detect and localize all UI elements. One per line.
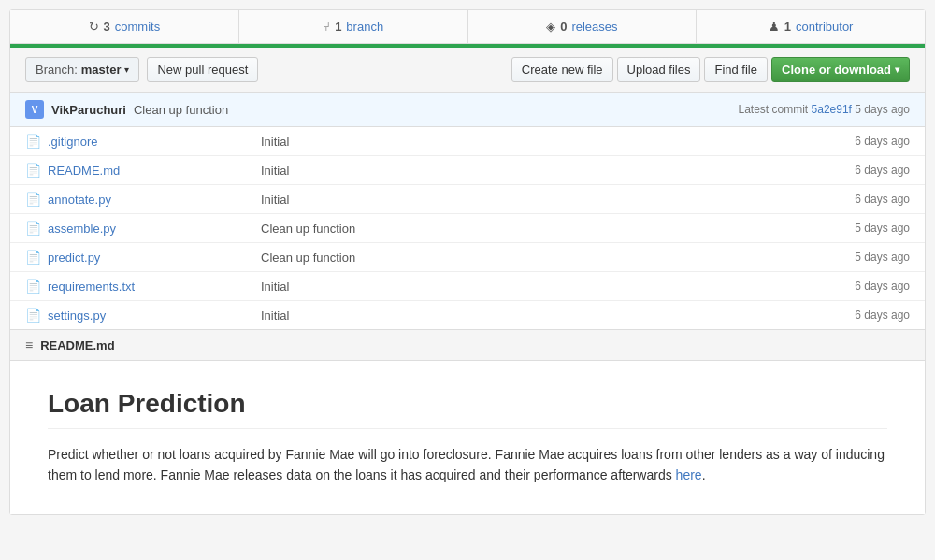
branches-link[interactable]: branch — [346, 20, 383, 34]
file-name-link[interactable]: assemble.py — [48, 222, 253, 236]
file-icon: 📄 — [25, 279, 40, 294]
file-time: 5 days ago — [816, 222, 910, 235]
chevron-down-icon: ▾ — [124, 65, 129, 75]
readme-body: Predict whether or not loans acquired by… — [48, 447, 885, 482]
progress-bar — [10, 44, 925, 48]
file-time: 6 days ago — [816, 193, 910, 206]
toolbar: Branch: master ▾ New pull request Create… — [10, 48, 925, 93]
releases-link[interactable]: releases — [571, 20, 617, 34]
file-time: 6 days ago — [816, 309, 910, 322]
file-icon: 📄 — [25, 134, 40, 149]
stats-bar: ↻ 3 commits ⑂ 1 branch ◈ 0 releases ♟ 1 … — [10, 10, 925, 44]
file-name-link[interactable]: annotate.py — [48, 193, 253, 207]
file-name-link[interactable]: requirements.txt — [48, 280, 253, 294]
commit-time: 5 days ago — [855, 103, 910, 116]
file-name-link[interactable]: predict.py — [48, 251, 253, 265]
contributors-count: 1 — [784, 20, 791, 34]
file-icon: 📄 — [25, 308, 40, 323]
contributors-icon: ♟ — [769, 20, 780, 34]
releases-stat[interactable]: ◈ 0 releases — [468, 10, 698, 43]
commit-meta: Latest commit 5a2e91f 5 days ago — [739, 103, 911, 116]
commits-icon: ↻ — [89, 20, 99, 34]
file-commit-message: Initial — [261, 164, 809, 178]
file-commit-message: Initial — [261, 309, 809, 323]
file-commit-message: Initial — [261, 135, 809, 149]
upload-files-button[interactable]: Upload files — [617, 57, 701, 82]
branches-stat[interactable]: ⑂ 1 branch — [239, 10, 468, 43]
table-row: 📄 README.md Initial 6 days ago — [10, 156, 925, 185]
file-time: 5 days ago — [816, 251, 910, 264]
branch-selector[interactable]: Branch: master ▾ — [25, 57, 139, 82]
create-new-file-button[interactable]: Create new file — [511, 57, 613, 82]
file-commit-message: Initial — [261, 280, 809, 294]
commit-hash[interactable]: 5a2e91f — [812, 103, 852, 116]
table-row: 📄 annotate.py Initial 6 days ago — [10, 185, 925, 214]
commits-stat[interactable]: ↻ 3 commits — [10, 10, 239, 43]
readme-here-link[interactable]: here — [676, 467, 702, 482]
commit-author[interactable]: VikParuchuri — [51, 103, 126, 117]
progress-bar-fill — [10, 44, 925, 48]
file-commit-message: Clean up function — [261, 251, 809, 265]
toolbar-right: Create new file Upload files Find file C… — [511, 57, 910, 82]
file-icon: 📄 — [25, 221, 40, 236]
table-row: 📄 assemble.py Clean up function 5 days a… — [10, 214, 925, 243]
branches-count: 1 — [335, 20, 341, 34]
readme-header: ≡ README.md — [10, 330, 925, 361]
file-commit-message: Initial — [261, 193, 809, 207]
commit-meta-prefix: Latest commit — [739, 103, 809, 116]
file-time: 6 days ago — [816, 280, 910, 293]
branch-icon: ⑂ — [323, 20, 330, 34]
readme-body-text: Predict whether or not loans acquired by… — [48, 444, 887, 486]
file-commit-message: Clean up function — [261, 222, 809, 236]
table-row: 📄 .gitignore Initial 6 days ago — [10, 127, 925, 156]
toolbar-left: Branch: master ▾ New pull request — [25, 57, 504, 82]
readme-content: Loan Prediction Predict whether or not l… — [10, 361, 925, 514]
file-icon: 📄 — [25, 250, 40, 265]
clone-download-label: Clone or download — [782, 63, 891, 77]
file-rows-container: 📄 .gitignore Initial 6 days ago 📄 README… — [10, 127, 925, 329]
contributors-stat[interactable]: ♟ 1 contributor — [697, 10, 925, 43]
file-icon: 📄 — [25, 163, 40, 178]
clone-chevron-icon: ▾ — [895, 65, 899, 75]
table-row: 📄 predict.py Clean up function 5 days ag… — [10, 243, 925, 272]
releases-icon: ◈ — [546, 20, 555, 34]
contributors-link[interactable]: contributor — [796, 20, 853, 34]
readme-icon: ≡ — [25, 337, 33, 352]
file-name-link[interactable]: README.md — [48, 164, 253, 178]
repo-container: ↻ 3 commits ⑂ 1 branch ◈ 0 releases ♟ 1 … — [9, 9, 926, 515]
branch-name: master — [81, 63, 122, 77]
file-icon: 📄 — [25, 192, 40, 207]
commits-count: 3 — [104, 20, 110, 34]
file-listing: V VikParuchuri Clean up function Latest … — [10, 93, 925, 330]
readme-title-label: README.md — [40, 338, 114, 352]
clone-download-button[interactable]: Clone or download ▾ — [771, 57, 910, 82]
commit-bar: V VikParuchuri Clean up function Latest … — [10, 93, 925, 127]
commits-link[interactable]: commits — [115, 20, 160, 34]
readme-main-title: Loan Prediction — [48, 389, 887, 429]
new-pull-request-button[interactable]: New pull request — [147, 57, 258, 82]
table-row: 📄 requirements.txt Initial 6 days ago — [10, 272, 925, 301]
commit-message: Clean up function — [134, 103, 731, 117]
readme-section: ≡ README.md Loan Prediction Predict whet… — [10, 330, 925, 514]
find-file-button[interactable]: Find file — [704, 57, 768, 82]
avatar: V — [25, 100, 44, 119]
releases-count: 0 — [560, 20, 567, 34]
file-time: 6 days ago — [816, 135, 910, 148]
table-row: 📄 settings.py Initial 6 days ago — [10, 301, 925, 329]
file-name-link[interactable]: settings.py — [48, 309, 253, 323]
file-time: 6 days ago — [816, 164, 910, 177]
file-name-link[interactable]: .gitignore — [48, 135, 253, 149]
branch-label-text: Branch: — [36, 63, 78, 77]
